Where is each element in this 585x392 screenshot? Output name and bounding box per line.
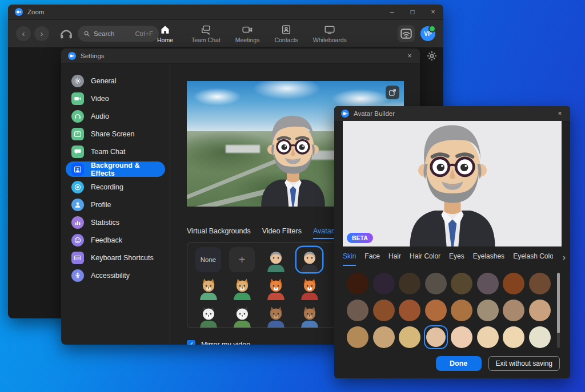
skin-swatch[interactable] [373,273,395,294]
builder-tab[interactable]: Hair Color [410,252,440,266]
skin-swatch[interactable] [425,273,447,294]
skin-swatch[interactable] [373,326,395,348]
sidebar-item-label: Accessibility [91,272,130,280]
skin-swatch[interactable] [399,326,420,348]
skin-swatch[interactable] [451,273,472,294]
tab[interactable]: Video Filters [262,227,302,239]
sidebar-item-label: Video [91,95,109,103]
sidebar-item-label: Statistics [91,219,119,227]
exit-without-saving-button[interactable]: Exit without saving [488,356,560,371]
back-button[interactable]: ‹ [16,26,31,41]
close-icon[interactable]: × [550,106,570,121]
sidebar-item-icon [71,163,84,176]
builder-tab[interactable]: Hair [388,252,401,266]
sidebar-item[interactable]: Audio [66,108,165,124]
avatar-bust [230,304,254,328]
forward-button[interactable]: › [34,26,49,41]
avatar-tile[interactable] [195,275,221,300]
sidebar-item[interactable]: Team Chat [66,144,165,159]
builder-tab[interactable]: Eyes [449,252,464,266]
avatar-tile[interactable] [296,303,322,328]
popout-icon[interactable] [386,86,399,99]
nav-item[interactable]: Meetings [235,24,260,43]
skin-swatch[interactable] [425,300,447,321]
skin-swatch[interactable] [503,273,524,294]
avatar-bust [264,248,288,272]
skin-swatch[interactable] [451,326,472,348]
online-status-dot [428,25,436,33]
avatar-tile[interactable] [229,275,255,300]
search-input[interactable]: Search Ctrl+F [78,26,159,42]
skin-swatch[interactable] [529,326,551,348]
sidebar-item[interactable]: Background & Effects [66,161,165,177]
sidebar-item[interactable]: Share Screen [66,126,165,142]
avatar-tile[interactable] [263,303,289,328]
tabs-overflow-chevron-icon[interactable]: › [563,251,566,264]
skin-swatch[interactable] [425,326,447,348]
avatar-tile[interactable] [229,303,255,328]
close-button[interactable]: × [423,5,443,19]
builder-tab[interactable]: Eyelash Color [513,252,553,266]
sidebar-item-icon [71,110,84,123]
settings-gear-icon[interactable] [426,50,438,62]
skin-swatch[interactable] [529,273,551,294]
avatar-tile[interactable] [296,275,322,300]
skin-swatch[interactable] [399,273,420,294]
avatar-tile[interactable]: + [229,247,255,272]
nav-item[interactable]: Whiteboards [313,24,347,43]
sidebar-item[interactable]: Feedback [66,232,165,248]
skin-swatch[interactable] [503,300,524,321]
user-avatar[interactable]: VP [420,26,435,41]
skin-swatch[interactable] [347,273,368,294]
sidebar-item-icon [71,269,84,282]
skin-swatch[interactable] [529,300,551,321]
close-icon[interactable]: × [399,49,420,63]
skin-swatch[interactable] [451,300,472,321]
mirror-checkbox[interactable]: ✓ [187,340,195,345]
maximize-button[interactable]: □ [402,5,423,19]
user-virtual-avatar [249,104,338,207]
builder-tab[interactable]: Skin [343,252,356,266]
builder-tab-label: Hair [388,252,401,260]
sidebar-item[interactable]: Keyboard Shortcuts [66,250,165,265]
nav-item[interactable]: Contacts [274,24,298,43]
skin-swatch[interactable] [477,300,499,321]
skin-swatch[interactable] [373,300,395,321]
nav-item[interactable]: Home [154,24,177,43]
sidebar-item[interactable]: Profile [66,197,165,212]
cast-icon[interactable] [398,25,415,42]
skin-swatch[interactable] [347,326,368,348]
skin-swatch-color [425,273,447,294]
tab[interactable]: Virtual Backgrounds [187,227,251,239]
mirror-video-row[interactable]: ✓ Mirror my video [187,340,250,345]
skin-swatch[interactable] [503,326,524,348]
skin-swatch[interactable] [347,300,368,321]
avatar-tile[interactable] [195,303,221,328]
avatar-tile[interactable] [263,247,289,272]
nav-item[interactable]: Team Chat [191,24,221,43]
headset-icon[interactable] [58,26,74,42]
sidebar-item-icon [71,128,84,140]
sidebar-item[interactable]: Recording [66,179,165,195]
sidebar-item[interactable]: Statistics [66,215,165,230]
skin-swatch[interactable] [477,326,499,348]
builder-tab[interactable]: Eyelashes [473,252,504,266]
skin-swatch[interactable] [477,273,499,294]
avatar-bust [264,304,288,328]
avatar-tile[interactable] [296,247,322,272]
scrollbar-thumb[interactable] [557,273,560,333]
sidebar-item[interactable]: General [66,73,165,88]
sidebar-item[interactable]: Video [66,91,165,106]
avatar-tile[interactable] [263,275,289,300]
builder-tab-label: Face [364,252,380,260]
minimize-button[interactable]: – [382,5,402,19]
skin-swatch-color [347,326,368,348]
swatch-scrollbar[interactable] [557,273,560,348]
avatar-tile[interactable]: None [195,247,221,272]
avatar-bust [230,276,254,300]
builder-tab[interactable]: Face [364,252,380,266]
builder-avatar-preview: BETA [343,121,562,246]
done-button[interactable]: Done [436,356,482,371]
skin-swatch[interactable] [399,300,420,321]
sidebar-item[interactable]: Accessibility [66,268,165,283]
